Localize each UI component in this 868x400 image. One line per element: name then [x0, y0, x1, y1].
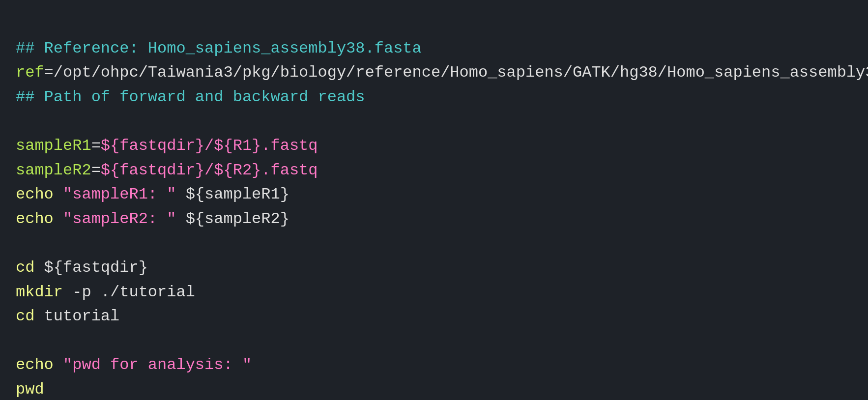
code-line: mkdir -p ./tutorial — [16, 280, 852, 305]
code-editor: ## Reference: Homo_sapiens_assembly38.fa… — [16, 12, 852, 400]
code-line: echo "sampleR1: " ${sampleR1} — [16, 182, 852, 207]
code-line: sampleR1=${fastqdir}/${R1}.fastq — [16, 134, 852, 158]
code-line: ## Path of forward and backward reads — [16, 85, 852, 110]
code-line — [16, 231, 852, 256]
code-line: cd tutorial — [16, 304, 852, 329]
code-line: echo "sampleR2: " ${sampleR2} — [16, 207, 852, 231]
code-line: pwd — [16, 377, 852, 400]
code-line: cd ${fastqdir} — [16, 256, 852, 280]
code-line: ## Reference: Homo_sapiens_assembly38.fa… — [16, 36, 852, 61]
code-line: sampleR2=${fastqdir}/${R2}.fastq — [16, 158, 852, 183]
code-line: echo "pwd for analysis: " — [16, 353, 852, 377]
code-line — [16, 329, 852, 353]
code-line — [16, 109, 852, 134]
code-line: ref=/opt/ohpc/Taiwania3/pkg/biology/refe… — [16, 60, 852, 85]
